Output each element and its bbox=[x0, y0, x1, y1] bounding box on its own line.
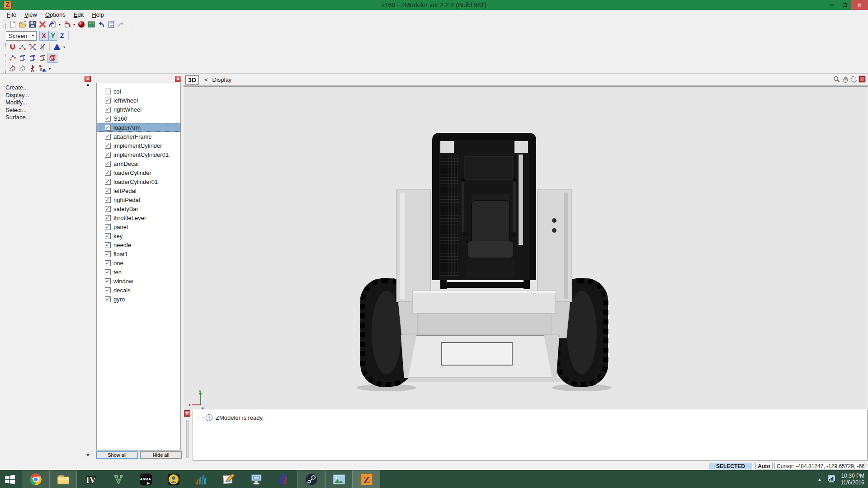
taskbar-item-zmodeler2[interactable]: 2 bbox=[270, 470, 297, 488]
visibility-checkbox[interactable] bbox=[105, 251, 111, 257]
magnet-button[interactable] bbox=[8, 42, 18, 52]
object-row-rightWheel[interactable]: rightWheel bbox=[97, 105, 180, 114]
object-row-key[interactable]: key bbox=[97, 231, 180, 240]
visibility-checkbox[interactable] bbox=[105, 278, 111, 284]
rotate-tool-alt-button[interactable] bbox=[18, 64, 28, 74]
taskbar-item-photo-viewer[interactable] bbox=[325, 470, 353, 488]
redo-button[interactable] bbox=[116, 19, 126, 29]
visibility-checkbox[interactable] bbox=[105, 170, 111, 176]
minimize-button[interactable] bbox=[825, 0, 838, 10]
visibility-checkbox[interactable] bbox=[105, 116, 111, 122]
zoom-icon[interactable] bbox=[833, 75, 840, 83]
visibility-checkbox[interactable] bbox=[105, 242, 111, 248]
object-row-loaderCylinder01[interactable]: loaderCylinder01 bbox=[97, 177, 180, 186]
viewport-layout-icon[interactable] bbox=[859, 75, 866, 83]
object-row-S160[interactable]: S160 bbox=[97, 114, 180, 123]
object-row-gyro[interactable]: gyro bbox=[97, 295, 180, 304]
axis-space-combo[interactable]: Screen bbox=[6, 31, 37, 41]
commands-panel-close-button[interactable]: ✕ bbox=[85, 76, 91, 82]
grid-snap-button[interactable] bbox=[38, 42, 47, 52]
taskbar-item-chrome[interactable] bbox=[22, 470, 49, 488]
break-vertices-button[interactable] bbox=[28, 42, 38, 52]
visibility-checkbox[interactable] bbox=[105, 125, 111, 131]
taskbar-item-image-editor[interactable] bbox=[215, 470, 242, 488]
taskbar-item-office-chart[interactable] bbox=[187, 470, 215, 488]
command-display[interactable]: Display... bbox=[5, 92, 29, 99]
export-dropdown-arrow[interactable]: ▾ bbox=[57, 23, 62, 27]
taskbar-clock[interactable]: 10:30 PM 11/6/2016 bbox=[841, 473, 865, 486]
new-file-button[interactable] bbox=[8, 19, 18, 29]
import-dropdown-arrow[interactable]: ▾ bbox=[72, 23, 76, 27]
object-row-panel[interactable]: panel bbox=[97, 222, 180, 231]
visibility-checkbox[interactable] bbox=[105, 134, 111, 140]
save-button[interactable] bbox=[28, 19, 38, 29]
visibility-checkbox[interactable] bbox=[105, 143, 111, 149]
viewport-mode-button[interactable]: 3D bbox=[185, 75, 199, 84]
taskbar-item-zmodeler[interactable]: Z bbox=[353, 470, 380, 488]
command-create[interactable]: Create... bbox=[5, 84, 28, 91]
tray-expand-icon[interactable]: ▲ bbox=[818, 477, 822, 482]
object-row-attacherFrame[interactable]: attacherFrame bbox=[97, 132, 180, 141]
visibility-checkbox[interactable] bbox=[105, 269, 111, 275]
visibility-checkbox[interactable] bbox=[105, 260, 111, 266]
taskbar-item-file-explorer[interactable] bbox=[49, 470, 77, 488]
taskbar-item-arma[interactable]: ARMA bbox=[132, 470, 160, 488]
taskbar-item-fallout-vault-boy[interactable] bbox=[160, 470, 187, 488]
objects-panel-close-button[interactable]: ✕ bbox=[175, 76, 181, 82]
object-row-loaderCylinder[interactable]: loaderCylinder bbox=[97, 168, 180, 177]
object-row-rightPedal[interactable]: rightPedal bbox=[97, 195, 180, 204]
visibility-checkbox[interactable] bbox=[105, 206, 111, 212]
visibility-checkbox[interactable] bbox=[105, 179, 111, 185]
taskbar-item-gta-v[interactable]: V bbox=[104, 470, 132, 488]
close-button[interactable]: ✕ bbox=[851, 0, 868, 10]
undo-button[interactable] bbox=[96, 19, 106, 29]
object-row-one[interactable]: one bbox=[97, 258, 180, 267]
object-row-ten[interactable]: ten bbox=[97, 267, 180, 277]
menu-view[interactable]: View bbox=[20, 10, 41, 19]
visibility-checkbox[interactable] bbox=[105, 224, 111, 230]
material-editor-button[interactable] bbox=[86, 19, 96, 29]
visibility-checkbox[interactable] bbox=[105, 89, 111, 94]
object-row-window[interactable]: window bbox=[97, 277, 180, 286]
viewport-back-arrow[interactable]: < bbox=[204, 76, 208, 83]
viewport-canvas[interactable]: y x z bbox=[184, 86, 868, 409]
network-tray-icon[interactable] bbox=[826, 474, 836, 485]
axis-y-button[interactable]: Y bbox=[48, 31, 57, 41]
delete-button[interactable] bbox=[38, 19, 47, 29]
object-row-implementCylinder[interactable]: implementCylinder bbox=[97, 141, 180, 150]
resize-grip[interactable]: ⋰ bbox=[863, 463, 868, 469]
object-row-needle[interactable]: needle bbox=[97, 240, 180, 249]
axis-x-button[interactable]: X bbox=[39, 31, 48, 41]
object-row-safetyBar[interactable]: safetyBar bbox=[97, 204, 180, 213]
taskbar-item-gta-iv[interactable]: IV bbox=[77, 470, 104, 488]
object-row-col[interactable]: col bbox=[97, 87, 180, 96]
object-row-loaderArm[interactable]: loaderArm bbox=[97, 123, 180, 132]
object-row-leftPedal[interactable]: leftPedal bbox=[97, 186, 180, 195]
start-button[interactable] bbox=[0, 470, 20, 488]
object-row-float1[interactable]: float1 bbox=[97, 249, 180, 258]
history-button[interactable] bbox=[106, 19, 116, 29]
menu-edit[interactable]: Edit bbox=[70, 10, 88, 19]
cone-primitive-button[interactable] bbox=[52, 42, 62, 52]
polygons-level-button[interactable] bbox=[28, 53, 38, 63]
menu-options[interactable]: Options bbox=[41, 10, 70, 19]
vertices-level-button[interactable] bbox=[8, 53, 18, 63]
command-select[interactable]: Select... bbox=[5, 107, 27, 113]
render-button[interactable] bbox=[76, 19, 86, 29]
visibility-checkbox[interactable] bbox=[105, 287, 111, 293]
scroll-down-icon[interactable]: ▼ bbox=[86, 453, 90, 457]
message-panel-grip[interactable] bbox=[185, 420, 189, 458]
objects-level-button[interactable] bbox=[38, 53, 47, 63]
import-button[interactable] bbox=[62, 19, 72, 29]
skin-tool-button[interactable] bbox=[38, 64, 47, 74]
scroll-up-icon[interactable]: ▲ bbox=[86, 82, 90, 87]
primitive-dropdown-arrow[interactable]: ▾ bbox=[62, 45, 66, 49]
visibility-checkbox[interactable] bbox=[105, 188, 111, 194]
visibility-checkbox[interactable] bbox=[105, 296, 111, 302]
object-row-leftWheel[interactable]: leftWheel bbox=[97, 96, 180, 105]
command-modify[interactable]: Modify... bbox=[5, 99, 27, 106]
menu-help[interactable]: Help bbox=[88, 10, 108, 19]
object-row-throttleLever[interactable]: throttleLever bbox=[97, 213, 180, 222]
visibility-checkbox[interactable] bbox=[105, 98, 111, 103]
taskbar-item-steam[interactable] bbox=[297, 470, 325, 488]
